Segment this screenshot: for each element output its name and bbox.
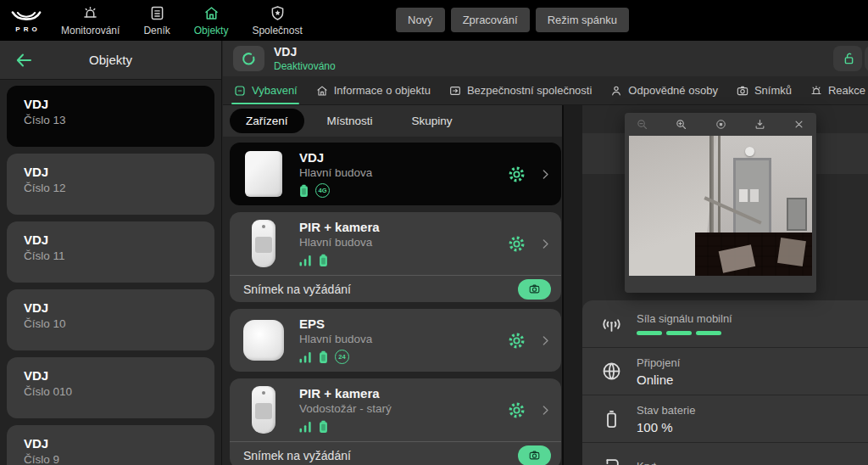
cover-icon [600,455,623,465]
zpracov-n-button[interactable]: Zpracování [451,8,530,32]
gear-icon[interactable] [506,164,527,185]
photo-lamp [745,147,754,156]
object-list-item[interactable]: VDJČíslo 10 [7,289,214,350]
objects-list: VDJČíslo 13VDJČíslo 12VDJČíslo 11VDJČísl… [0,80,221,465]
top-bar: PRO MonitorováníDeníkObjektySpolečnost N… [0,0,868,41]
nav-item-spole-nost[interactable]: Společnost [252,4,302,36]
signal-bar [666,331,692,335]
device-info: PIR + kameraHlavní budova [299,220,506,267]
back-arrow-icon[interactable] [14,50,34,70]
object-item-subtitle: Číslo 010 [24,385,214,398]
object-item-subtitle: Číslo 10 [24,317,214,330]
camera-icon [528,283,541,295]
equipment-icon [233,84,247,98]
control-panel-image [245,151,282,197]
photo-notice [750,189,760,202]
unlock-button[interactable] [833,46,862,71]
battery-icon [319,350,328,364]
device-info: EPSHlavní budova24 [299,317,506,364]
info-row-p-ipojen: PřipojeníOnline [582,348,868,395]
photo-notice [739,189,748,202]
tab-vybaven[interactable]: Vybavení [233,76,298,104]
tab-label: Reakce [828,84,865,97]
nav-item-label: Deník [143,25,170,36]
battery-icon [319,254,328,267]
device-card[interactable]: EPSHlavní budova24 [230,309,561,372]
battery-outline-icon [600,407,623,430]
snapshot-row: Snímek na vyžádání [230,275,561,302]
signal-bar [637,331,662,335]
device-card[interactable]: VDJHlavní budova4G [230,143,561,205]
device-badges [299,419,506,434]
camera-icon [528,449,541,462]
nav-item-monitorov-n[interactable]: Monitorování [61,4,120,36]
tab-reakce[interactable]: Reakce [810,76,865,104]
device-list: VDJHlavní budova4GPIR + kameraHlavní bud… [230,143,561,465]
zoom-in-icon[interactable] [675,118,687,131]
subtab-m-stnosti[interactable]: Místnosti [311,109,389,133]
info-row-label: Síla signálu mobilní [637,312,732,325]
tab-label: Odpovědné osoby [628,84,718,97]
sidebar-header: Objekty [0,41,221,80]
disarmed-arc-icon [241,51,257,67]
gear-icon[interactable] [506,400,527,421]
object-list-item[interactable]: VDJČíslo 010 [7,357,214,418]
signal-icon [299,255,312,266]
tab-bezpe-nostn-spole-nosti[interactable]: Bezpečnostní společnosti [448,76,592,104]
device-location: Hlavní budova [299,333,506,345]
home-icon [315,84,329,98]
subtab-za-zen[interactable]: Zařízení [230,109,304,133]
subtab-skupiny[interactable]: Skupiny [396,109,469,133]
device-info: VDJHlavní budova4G [299,150,506,198]
tab-odpov-dn-osoby[interactable]: Odpovědné osoby [609,76,718,104]
device-badges: 24 [299,350,506,364]
record-icon[interactable] [715,118,727,131]
info-row-stav-baterie: Stav baterie100 % [582,395,868,443]
brand-wings-icon [8,10,44,25]
request-snapshot-button[interactable] [518,445,551,465]
photo-pipe [709,136,714,245]
device-card[interactable]: PIR + kameraVodostožár - starýSnímek na … [230,378,561,465]
object-list-item[interactable]: VDJČíslo 13 [7,86,214,147]
camera-snapshot-photo [629,136,812,276]
info-row-label: Stav baterie [637,404,695,417]
close-icon[interactable] [793,118,805,131]
device-info-rows: Síla signálu mobilníPřipojeníOnlineStav … [582,300,868,465]
info-row-value: 100 % [637,420,695,434]
object-list-item[interactable]: VDJČíslo 9 [7,425,214,465]
device-image [243,384,284,435]
device-image [243,315,284,366]
info-row-text: Síla signálu mobilní [637,312,732,335]
tab-sn-mk[interactable]: Snímků [736,76,792,104]
sidebar-title: Objekty [34,53,187,67]
object-list-item[interactable]: VDJČíslo 12 [7,154,214,215]
chevron-right-icon [538,167,553,182]
snapshot-row: Snímek na vyžádání [230,441,561,465]
request-snapshot-button[interactable] [518,279,551,300]
nav-item-objekty[interactable]: Objekty [194,4,229,36]
nav-item-den-k[interactable]: Deník [143,4,170,36]
photo-floor-mat [777,238,806,266]
partially-visible-button[interactable] [865,46,868,71]
zoom-out-icon[interactable] [636,118,648,131]
gear-icon[interactable] [506,330,527,351]
info-row-kryt: Kryt [582,443,868,465]
download-icon[interactable] [754,118,766,131]
device-card-main: VDJHlavní budova4G [230,143,561,205]
re-im-sp-nku-button[interactable]: Režim spánku [536,8,629,32]
disarmed-status-button[interactable] [233,46,264,71]
device-image [243,218,284,269]
object-item-subtitle: Číslo 13 [24,114,214,126]
snapshot-label: Snímek na vyžádání [243,283,518,296]
device-card-main: PIR + kameraHlavní budova [230,212,561,275]
gear-icon[interactable] [506,233,527,255]
device-name: PIR + kamera [299,220,506,234]
pir-detector-image [252,386,275,434]
object-item-title: VDJ [24,300,214,315]
chevron-right-icon [538,237,553,251]
tab-informace-o-objektu[interactable]: Informace o objektu [315,76,431,104]
nov-button[interactable]: Nový [396,8,445,32]
device-card[interactable]: PIR + kameraHlavní budovaSnímek na vyžád… [230,212,561,302]
object-list-item[interactable]: VDJČíslo 11 [7,221,214,283]
shield-star-icon [269,4,287,22]
